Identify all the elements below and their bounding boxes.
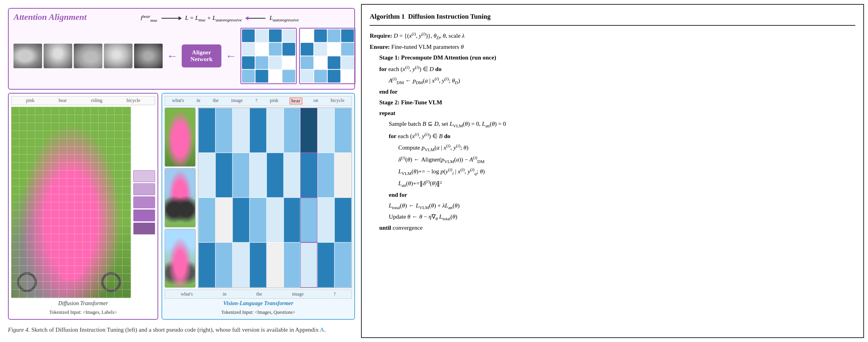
stage1-line: Stage 1: Precompute DM Attention (run on… <box>370 52 855 63</box>
algo-require-line: Require: D = {(x(i), y(i))}, θD, θ, scal… <box>370 30 855 42</box>
mc <box>250 108 267 153</box>
attn-img-1 <box>13 44 42 68</box>
stage2-line: Stage 2: Fine-Tune VLM <box>370 97 855 108</box>
grid-overlay <box>11 107 131 298</box>
attn-grid-1 <box>240 28 297 84</box>
for2-line: for each (x(i), y(i)) ∈ B do <box>370 130 855 142</box>
algo-body: Require: D = {(x(i), y(i))}, θD, θ, scal… <box>370 30 855 233</box>
attn-matrix-area <box>165 108 352 288</box>
update-formula: Update θ ← θ − η∇θ Ltotal(θ) <box>389 211 457 223</box>
left-panel: Attention Alignment lbearmse L = Lmse + … <box>4 4 361 338</box>
caption-text: Sketch of Diffusion Instruction Tuning (… <box>30 327 320 333</box>
endfor1-keyword: end for <box>379 86 398 97</box>
vlm-thumb-1 <box>165 108 196 167</box>
ltotal-line: Ltotal(θ) ← LVLM(θ) + λLatt(θ) <box>370 200 855 211</box>
stage1-label: Stage 1: Precompute DM Attention (run on… <box>379 52 496 63</box>
vlm-token-bear: bear <box>290 98 302 104</box>
attention-images <box>13 44 163 68</box>
mc <box>267 108 284 153</box>
vlm-token-the: the <box>211 98 220 104</box>
vlm-token-on: on <box>312 98 319 104</box>
attn-layer-5 <box>133 223 155 234</box>
vlm-bottom-row: what's in the image ? <box>165 290 352 299</box>
sample-line: Sample batch B ⊆ D, set LVLM(θ) = 0, Lat… <box>370 119 855 130</box>
token-bicycle: bicycle <box>127 98 140 104</box>
vlm-images-col <box>165 108 196 288</box>
mc <box>317 242 334 287</box>
diff-transformer-col: pink bear riding bicycle <box>8 93 158 320</box>
mc <box>232 198 250 242</box>
arrow-left-icon <box>246 18 265 19</box>
mc <box>232 153 250 198</box>
formula-Lauto: Lautoregressive <box>269 15 299 22</box>
compute-text: Compute pVLM(a | x(i), y(i); θ) <box>398 142 469 154</box>
mc <box>215 153 232 198</box>
endfor2-keyword: end for <box>389 190 407 200</box>
vlm-token-pink: pink <box>269 98 279 104</box>
latt-update-line: Latt(θ)+=‖δ(i)(θ)‖² <box>370 177 855 189</box>
attention-content-row: ← AlignerNetwork ← <box>13 28 350 84</box>
formula-lmse: lbearmse <box>140 14 157 23</box>
vlm-thumb-3 <box>165 229 196 288</box>
vlm-token-q: ? <box>254 98 258 104</box>
token-bear: bear <box>59 98 67 104</box>
mc <box>232 108 250 153</box>
mc <box>334 153 351 198</box>
for2-do: do <box>444 131 450 142</box>
mc <box>267 198 284 242</box>
matrix-row-4 <box>198 242 351 287</box>
formula-row: lbearmse L = Lmse + Lautoregressive Laut… <box>90 14 350 23</box>
vlm-bottom-whats: what's <box>181 291 193 297</box>
token-riding: riding <box>91 98 102 104</box>
bottom-row: pink bear riding bicycle <box>8 93 355 320</box>
delta-line: δ(i)(θ) ← Aligner(pVLM(a)) − A(i)DM <box>370 154 855 165</box>
mc <box>198 153 215 198</box>
algo-title: Algorithm 1 Diffusion Instruction Tuning <box>370 11 855 26</box>
repeat-keyword: repeat <box>379 108 396 119</box>
for2-keyword: for <box>389 131 398 142</box>
mc <box>198 198 215 242</box>
attn-img-2 <box>44 44 72 68</box>
ensure-text: Fine-tuned VLM parameters θ <box>391 42 463 52</box>
mc <box>334 198 351 242</box>
formula-L: L = Lmse + Lautoregressive <box>185 15 242 22</box>
for1-do: do <box>435 64 442 75</box>
sample-text: Sample batch B ⊆ D, set LVLM(θ) = 0, Lat… <box>389 119 506 130</box>
mc <box>300 153 317 198</box>
mc <box>284 108 301 153</box>
figure-caption: Figure 4. Sketch of Diffusion Instructio… <box>8 323 355 334</box>
until-line: until convergence <box>370 223 855 233</box>
mc <box>250 242 267 287</box>
mc <box>284 153 301 198</box>
vlm-bottom-in: in <box>223 291 226 297</box>
mc <box>317 108 334 153</box>
vlm-token-whats: what's <box>171 98 185 104</box>
mc <box>317 153 334 198</box>
token-labels: pink bear riding bicycle <box>11 96 155 105</box>
ltotal-formula: Ltotal(θ) ← LVLM(θ) + λLatt(θ) <box>389 200 459 211</box>
token-pink: pink <box>26 98 34 104</box>
algo-ensure-line: Ensure: Fine-tuned VLM parameters θ <box>370 42 855 52</box>
latt-formula: Latt(θ)+=‖δ(i)(θ)‖² <box>398 177 442 189</box>
mc <box>317 198 334 242</box>
lvlm-update-line: LVLM(θ)+= − log p(y(i)l | x(i), y(i)q; θ… <box>370 165 855 177</box>
attn-img-5 <box>134 44 163 68</box>
attn-img-3 <box>74 44 102 68</box>
algo-desc: Diffusion Instruction Tuning <box>408 13 491 20</box>
vlm-token-in: in <box>196 98 202 104</box>
vlm-question-row: what's in the image ? pink bear on bicyc… <box>165 96 352 106</box>
diff-image-area <box>11 107 131 298</box>
mc <box>284 198 301 242</box>
stage2-label: Stage 2: Fine-Tune VLM <box>379 97 442 108</box>
for1-keyword: for <box>379 64 388 75</box>
attention-grids <box>240 28 355 84</box>
vlm-tokenized-label: Tokenized Input: <Images, Questions> <box>165 308 352 317</box>
endfor2-line: end for <box>370 190 855 200</box>
require-text: D = {(x(i), y(i))}, θD, θ, scale λ <box>394 30 465 42</box>
mc <box>215 242 232 287</box>
until-keyword: until <box>379 223 393 233</box>
endfor1-line: end for <box>370 86 855 97</box>
mc <box>334 242 351 287</box>
vlm-token-bicycle: bicycle <box>330 98 346 104</box>
mc <box>198 242 215 287</box>
